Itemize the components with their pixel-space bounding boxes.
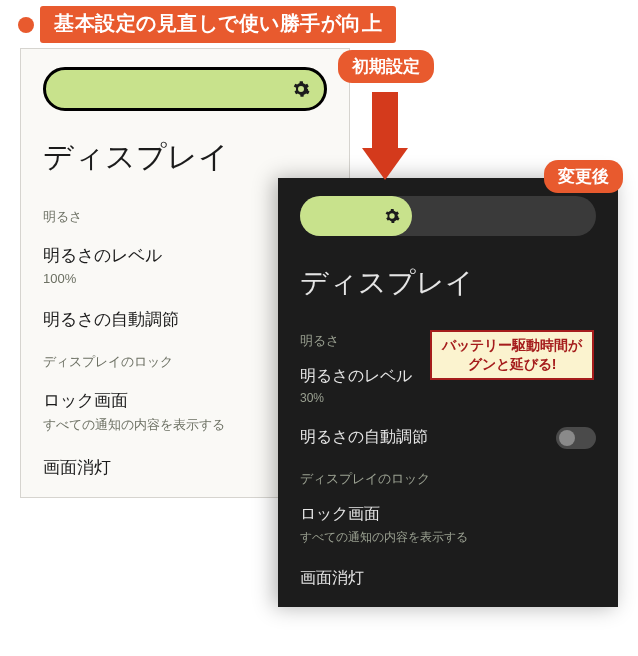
callout-line1: バッテリー駆動時間が [442, 336, 582, 355]
callout-line2: グンと延びる! [442, 355, 582, 374]
auto-brightness-item[interactable]: 明るさの自動調節 [300, 427, 596, 448]
page-title: ディスプレイ [300, 264, 596, 302]
lock-screen-label: ロック画面 [300, 504, 596, 525]
toggle-knob-icon [559, 430, 575, 446]
brightness-gear-icon [292, 80, 310, 98]
badge-after: 変更後 [544, 160, 623, 193]
header-bullet-icon [18, 17, 34, 33]
badge-initial: 初期設定 [338, 50, 434, 83]
brightness-slider[interactable] [43, 67, 327, 111]
article-header: 基本設定の見直しで使い勝手が向上 [18, 6, 638, 43]
battery-callout: バッテリー駆動時間が グンと延びる! [430, 330, 594, 380]
header-banner: 基本設定の見直しで使い勝手が向上 [40, 6, 396, 43]
arrow-down-icon [362, 92, 408, 180]
brightness-gear-icon [384, 208, 400, 224]
brightness-level-value: 30% [300, 391, 596, 405]
lock-screen-sub: すべての通知の内容を表示する [300, 529, 596, 546]
section-lock-label: ディスプレイのロック [300, 470, 596, 488]
screen-timeout-label: 画面消灯 [300, 568, 596, 589]
screen-timeout-item[interactable]: 画面消灯 [300, 568, 596, 589]
lock-screen-item[interactable]: ロック画面 すべての通知の内容を表示する [300, 504, 596, 546]
settings-panel-after: ディスプレイ 明るさ 明るさのレベル 30% 明るさの自動調節 ディスプレイのロ… [278, 178, 618, 607]
brightness-slider[interactable] [300, 196, 596, 236]
page-title: ディスプレイ [43, 137, 327, 178]
auto-brightness-toggle[interactable] [556, 427, 596, 449]
auto-brightness-label: 明るさの自動調節 [300, 427, 596, 448]
